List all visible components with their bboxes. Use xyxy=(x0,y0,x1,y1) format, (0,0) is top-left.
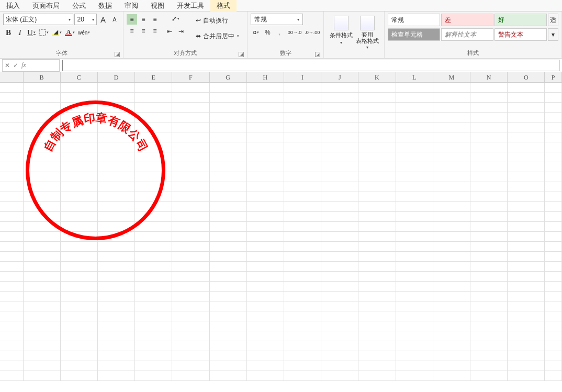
cell-style-warn[interactable]: 警告文本 xyxy=(494,28,547,41)
grid-cell[interactable] xyxy=(98,262,135,272)
grid-cell[interactable] xyxy=(24,262,61,272)
grid-cell[interactable] xyxy=(508,122,545,132)
grid-cell[interactable] xyxy=(247,172,284,182)
grid-cell[interactable] xyxy=(98,361,135,371)
grid-cell[interactable] xyxy=(433,351,470,361)
grid-cell[interactable] xyxy=(433,132,470,142)
grid-cell[interactable] xyxy=(210,93,247,103)
grid-cell[interactable] xyxy=(61,331,98,341)
grid-cell[interactable] xyxy=(247,321,284,331)
grid-cell[interactable] xyxy=(210,321,247,331)
grid-cell[interactable] xyxy=(61,202,98,212)
grid-cell[interactable] xyxy=(470,341,508,351)
grid-cell[interactable] xyxy=(135,371,172,381)
grid-cell[interactable] xyxy=(0,93,24,103)
grid-cell[interactable] xyxy=(508,212,545,222)
grid-cell[interactable] xyxy=(470,172,508,182)
grid-cell[interactable] xyxy=(358,262,396,272)
grid-cell[interactable] xyxy=(396,212,433,222)
grid-cell[interactable] xyxy=(24,282,61,292)
cell-style-good[interactable]: 好 xyxy=(494,14,547,26)
column-header[interactable]: N xyxy=(470,72,508,82)
grid-cell[interactable] xyxy=(284,361,321,371)
align-right-button[interactable]: ≡ xyxy=(150,26,160,36)
grid-cell[interactable] xyxy=(396,132,433,142)
grid-cell[interactable] xyxy=(545,292,562,301)
grid-cell[interactable] xyxy=(172,192,209,202)
grid-cell[interactable] xyxy=(172,182,209,192)
grid-cell[interactable] xyxy=(172,272,209,282)
conditional-format-button[interactable]: 条件格式 ▾ xyxy=(329,14,353,45)
grid-cell[interactable] xyxy=(358,103,396,113)
grid-cell[interactable] xyxy=(284,351,321,361)
grid-cell[interactable] xyxy=(321,142,358,152)
grid-cell[interactable] xyxy=(358,132,396,142)
grid-cell[interactable] xyxy=(284,132,321,142)
grid-cell[interactable] xyxy=(210,282,247,292)
grid-cell[interactable] xyxy=(396,222,433,232)
grid-cell[interactable] xyxy=(284,331,321,341)
grid-cell[interactable] xyxy=(24,103,61,113)
column-header[interactable]: L xyxy=(396,72,433,82)
grid-cell[interactable] xyxy=(135,232,172,242)
grid-cell[interactable] xyxy=(284,93,321,103)
grid-cell[interactable] xyxy=(358,292,396,301)
grid-cell[interactable] xyxy=(247,341,284,351)
grid-cell[interactable] xyxy=(210,182,247,192)
grid-cell[interactable] xyxy=(321,93,358,103)
grid-cell[interactable] xyxy=(470,182,508,192)
grid-cell[interactable] xyxy=(396,361,433,371)
grid-cell[interactable] xyxy=(61,351,98,361)
grid-cell[interactable] xyxy=(210,132,247,142)
grid-cell[interactable] xyxy=(0,262,24,272)
grid-cell[interactable] xyxy=(98,192,135,202)
column-header[interactable]: I xyxy=(284,72,321,82)
grid-cell[interactable] xyxy=(247,83,284,93)
grid-cell[interactable] xyxy=(433,152,470,162)
grid-cell[interactable] xyxy=(0,103,24,113)
cell-style-note[interactable]: 解释性文本 xyxy=(441,28,493,41)
grid-cell[interactable] xyxy=(98,242,135,252)
grid-cell[interactable] xyxy=(508,182,545,192)
table-format-button[interactable]: 套用 表格格式 ▾ xyxy=(355,14,379,50)
grid-cell[interactable] xyxy=(396,272,433,282)
grid-cell[interactable] xyxy=(24,113,61,122)
grid-cell[interactable] xyxy=(172,282,209,292)
grid-cell[interactable] xyxy=(321,212,358,222)
grid-cell[interactable] xyxy=(24,132,61,142)
grid-cell[interactable] xyxy=(545,83,562,93)
grid-cell[interactable] xyxy=(433,311,470,321)
grid-cell[interactable] xyxy=(135,242,172,252)
grid-cell[interactable] xyxy=(0,351,24,361)
grid-cell[interactable] xyxy=(433,172,470,182)
grid-cell[interactable] xyxy=(545,222,562,232)
column-header[interactable]: E xyxy=(135,72,172,82)
grid-cell[interactable] xyxy=(135,93,172,103)
grid-cell[interactable] xyxy=(508,272,545,282)
grid-cell[interactable] xyxy=(396,351,433,361)
grid-cell[interactable] xyxy=(210,311,247,321)
tab-layout[interactable]: 页面布局 xyxy=(26,0,66,12)
grid-cell[interactable] xyxy=(247,222,284,232)
grid-cell[interactable] xyxy=(284,113,321,122)
grid-cell[interactable] xyxy=(508,361,545,371)
grid-cell[interactable] xyxy=(172,242,209,252)
grid-cell[interactable] xyxy=(0,142,24,152)
grid-cell[interactable] xyxy=(284,192,321,202)
grid-cell[interactable] xyxy=(247,182,284,192)
tab-review[interactable]: 审阅 xyxy=(118,0,144,12)
grid-cell[interactable] xyxy=(284,252,321,262)
grid-cell[interactable] xyxy=(0,361,24,371)
grid-cell[interactable] xyxy=(61,103,98,113)
grid-cell[interactable] xyxy=(172,172,209,182)
grid-cell[interactable] xyxy=(470,292,508,301)
grid-cell[interactable] xyxy=(98,103,135,113)
grid-cell[interactable] xyxy=(321,232,358,242)
grid-cell[interactable] xyxy=(284,232,321,242)
grid-cell[interactable] xyxy=(545,152,562,162)
grid-cell[interactable] xyxy=(545,212,562,222)
grid-cell[interactable] xyxy=(321,292,358,301)
grid-cell[interactable] xyxy=(24,242,61,252)
grid-cell[interactable] xyxy=(61,172,98,182)
grid-cell[interactable] xyxy=(508,321,545,331)
